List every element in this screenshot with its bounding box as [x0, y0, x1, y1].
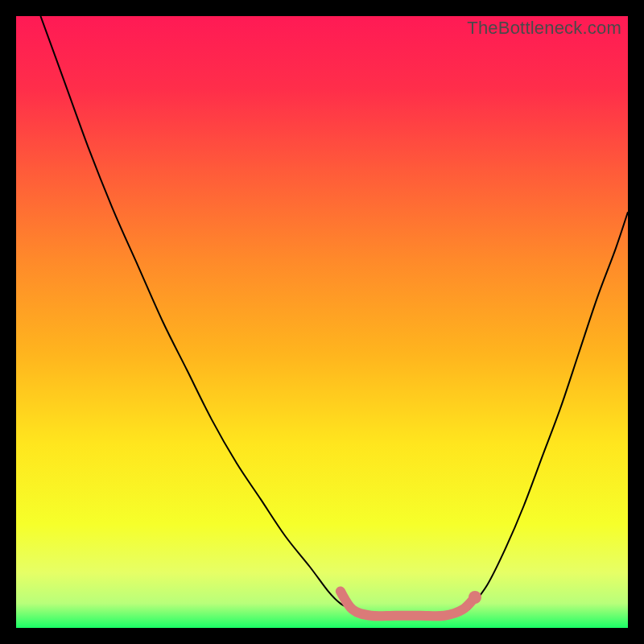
left-curve: [40, 16, 353, 609]
floor-dot: [469, 591, 481, 604]
chart-frame: TheBottleneck.com: [0, 0, 644, 644]
watermark: TheBottleneck.com: [467, 18, 621, 39]
plot-area: TheBottleneck.com: [16, 16, 628, 628]
floor-marker: [341, 591, 475, 616]
curve-layer: [16, 16, 628, 628]
right-curve: [469, 212, 628, 609]
